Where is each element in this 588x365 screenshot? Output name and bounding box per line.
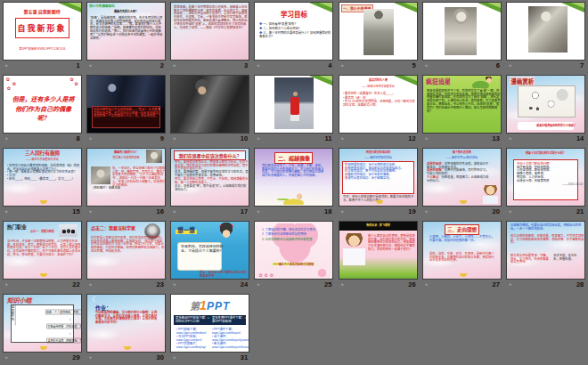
red-dot-icon: ● (244, 316, 246, 319)
slide-thumbnail-24[interactable]: 想一想 将来的你，怎样选择你的职业，才是适合个人需要的？ 提示：结合自己的兴趣特… (171, 222, 249, 279)
slide-number: 8 (76, 135, 79, 142)
transition-icon: ✦ (256, 209, 260, 215)
slide-cell-30: ☾ 作业： 写出你崇拜的偶像，学习他们的什么精神；让我们勤奋学习，让我们学会做人… (84, 293, 167, 365)
banner-right: 更多免费PPT课件下载：●第1PPT模板网 (210, 315, 247, 325)
slide-thumbnail-10[interactable] (171, 76, 249, 133)
slide-thumbnail-23[interactable]: 点击二：我要当科学家 科学家是人类智慧的开拓者。他们在实验室里默默耕耘，在探索的… (87, 222, 165, 279)
slide-cell-12: 最崇拜的名人榜 ——班级54名同学调查活动 最崇拜的（或最喜欢）的名人是____… (336, 74, 420, 147)
slide-thumbnail-8[interactable]: ✿ ✿ ✿ ✿ ✿ 但是，还有多少人是将他们作为自己的偶像呢？ (4, 76, 81, 133)
portrait-photo (445, 7, 477, 55)
body-text: 他，一生俭朴，把全部精力献给了国家和人民；他，鞠躬尽瘁，死而后已，赢得了全世界人… (112, 166, 165, 187)
slide-thumbnail-3[interactable]: 崇拜偶像，是青少年时期常见的心理现象。偶像身上往往集中了某些耀眼的光环：俊美的容… (171, 3, 249, 60)
down-arrow-icon: ↓ (69, 331, 71, 336)
transition-icon: ✦ (88, 355, 93, 361)
slide-thumbnail-6[interactable] (423, 3, 501, 60)
slide-thumbnail-18[interactable]: 二、超越偶像 我们现在是学生了，文化、品德、才能、身体，都要向我们心中的偶像学习… (255, 149, 332, 206)
slide-cell-7: ✦7 (504, 1, 588, 74)
basketball-photo (274, 77, 314, 129)
transition-icon: ✦ (424, 282, 429, 288)
slide-number: 5 (412, 62, 416, 69)
slide-thumbnail-20[interactable]: 做个快乐追星族 ——课本97页№2探究活动 追星的收获：欣赏偶像的优秀品质，激励… (423, 149, 501, 206)
link-columns: PPT模板下载：www.1ppt.com/moban/ 节日PPT模板：www.… (176, 328, 247, 351)
transition-icon: ✦ (340, 209, 345, 215)
slide-thumbnail-19[interactable]: 明星们是怎样成功的 ——课本96页探究活动 影视明星的成功：源于长期的勤学苦练。… (339, 149, 417, 206)
bottom-right-text: 多读书报，关注社会，把握机遇。 (553, 254, 582, 261)
slide-subtitle: ——课本95页调查探究活动 (4, 158, 81, 161)
slide-thumbnail-11[interactable] (255, 76, 332, 133)
transition-icon: ✦ (508, 63, 512, 69)
paragraph-list: 首先，要择其善者而从之。明星身上既有闪光点，也有不足之处，我们应当学习他们的敬业… (175, 160, 249, 191)
slide-title: 想象十年后我们的生活是什么样？ (507, 151, 584, 155)
slide-thumbnail-31[interactable]: 第1PPT 更多精品PPT模板下载：●WWW.1PPT.COM 更多免费PPT课… (171, 295, 249, 352)
slide-thumbnail-30[interactable]: ☾ 作业： 写出你崇拜的偶像，学习他们的什么精神；让我们勤奋学习，让我们学会做人… (87, 295, 165, 352)
activity-list: 向同学介绍自己最崇拜的偶像，说说崇拜他（她）的理由，并谈谈自己从偶像身上学到了什… (7, 164, 81, 181)
slide-number: 14 (576, 135, 584, 142)
transition-icon: ✦ (4, 282, 9, 288)
slide-thumbnail-25[interactable]: 1. 了解自己的兴趣、特长及各科学习情况 2. 了解社会对各种职业的角色期待 3… (255, 222, 332, 279)
slide-number: 29 (72, 354, 79, 361)
transition-icon: ✦ (424, 136, 429, 142)
portrait-photo (146, 150, 162, 163)
slide-thumbnail-5[interactable]: 一、我心中的偶像 (339, 3, 417, 60)
caption-box: 他是无数影迷心中永远的偶像——“发哥”。从龙套演员到国际巨星，他凭着执着与勤奋一… (92, 106, 160, 128)
body-text: 疯狂追星的现象并不少见。有的同学为了看“星”一眼，彻夜排队买票；有的同学省吃俭用… (427, 89, 501, 113)
slide-thumbnail-1[interactable]: 第五课 自我新期待 自我新形象 第1PPT模板网 WWW.1PPT.COM 20… (4, 3, 81, 60)
body-text: 崇拜偶像，是青少年时期常见的心理现象。偶像身上往往集中了某些耀眼的光环：俊美的容… (174, 5, 248, 29)
slide-cell-31: 第1PPT 更多精品PPT模板下载：●WWW.1PPT.COM 更多免费PPT课… (168, 293, 252, 365)
slide-cell-24: 想一想 将来的你，怎样选择你的职业，才是适合个人需要的？ 提示：结合自己的兴趣特… (168, 220, 252, 293)
slide-thumbnail-2[interactable]: 我心中的偶像情结 偶像究竟是什么呢？ “偶像”，是指被追捧、被模仿的对象。在许多… (87, 3, 165, 60)
caption-text: 谈谈这幅漫画讽刺的是什么现象？ (518, 124, 584, 127)
slide-thumbnail-4[interactable]: 学习目标 一、如何看待“追星”现象？ 二、如何确立个人成长目标？ 三、青少年时期… (255, 3, 332, 60)
hint-text: 提示：结合自己的兴趣特长和社会的需要来思考…… (200, 271, 249, 278)
slide-thumbnail-16[interactable]: 偶像的力量是什么？ 值得青少年崇拜的偶像 他，一生俭朴，把全部精力献给了国家和人… (87, 149, 165, 206)
slide-thumbnail-29[interactable]: 知识小结 自我新形象 偶像（个人崇拜情结：外表、盲目模仿） ↓ 理智看待明星（内… (4, 295, 81, 352)
flower-icon: ✿ (74, 82, 78, 86)
transition-icon: ✦ (4, 355, 9, 361)
homework-text: 写出你崇拜的偶像，学习他们的什么精神；让我们勤奋学习，让我们学会做人做事，让我们… (95, 311, 158, 325)
link-column-right: PPT课件下载：www.1ppt.com/kejian/ 语文课件：www.1p… (212, 328, 248, 351)
transition-icon: ✦ (4, 63, 9, 69)
slide-thumbnail-7[interactable] (507, 3, 584, 60)
banner: 畅想未来 · 放飞理想 (339, 222, 417, 231)
footer-label: ——确立个人成长目标的方法链接 (255, 263, 332, 266)
slide-title: 我们在追星中应该注意些什么？ (174, 150, 246, 160)
slide-thumbnail-27[interactable]: 三、走向理想 小发明、小制作、小论文、小创作……不管大小，只要去做，就是迈向理想… (423, 222, 501, 279)
slide-number: 16 (157, 208, 164, 215)
slide-thumbnail-14[interactable]: 漫画赏析 谈谈这幅漫画讽刺的是什么现象？ (507, 76, 584, 133)
slide-thumbnail-26[interactable]: 畅想未来 · 放飞理想 每个人都有自己的梦想。梦想是前进的灯塔，指引我们航行的方… (339, 222, 417, 279)
slide-thumbnail-21[interactable]: 想象十年后我们的生活是什么样？ 中国十大热门职业排行榜： 电子商务师、理财规划师… (507, 149, 584, 206)
transition-icon: ✦ (4, 209, 9, 215)
slide-cell-8: ✿ ✿ ✿ ✿ ✿ 但是，还有多少人是将他们作为自己的偶像呢？ ✦8 (0, 74, 84, 147)
slide-cell-16: 偶像的力量是什么？ 值得青少年崇拜的偶像 他，一生俭朴，把全部精力献给了国家和人… (84, 147, 167, 220)
slide-number: 1 (76, 62, 79, 69)
slide-thumbnail-28[interactable]: 以偶像为榜样，也要从自己的实际出发，明确自己的目标，一步一个脚印地前进。 树立正… (507, 222, 584, 279)
celebrity-photo (59, 224, 78, 237)
slide-cell-13: 疯狂追星 疯狂追星的现象并不少见。有的同学为了看“星”一眼，彻夜排队买票；有的同… (420, 74, 503, 147)
slide-cell-21: 想象十年后我们的生活是什么样？ 中国十大热门职业排行榜： 电子商务师、理财规划师… (504, 147, 588, 220)
comic-image (518, 85, 576, 118)
caption-box: 谈谈这幅漫画讽刺的是什么现象？ (518, 122, 574, 130)
portrait-photo (363, 9, 394, 55)
slide-subtitle: ——班级54名同学调查活动 (339, 85, 417, 88)
transition-icon: ✦ (256, 136, 260, 142)
slide-cell-29: 知识小结 自我新形象 偶像（个人崇拜情结：外表、盲目模仿） ↓ 理智看待明星（内… (0, 293, 84, 365)
slide-thumbnail-12[interactable]: 最崇拜的名人榜 ——班级54名同学调查活动 最崇拜的（或最喜欢）的名人是____… (339, 76, 417, 133)
slide-cell-6: ✦6 (420, 1, 503, 74)
banner-left: 更多精品PPT模板下载：●WWW.1PPT.COM (174, 315, 210, 325)
flow-box: 全面提升自我（明确目标、完善自我） (46, 337, 80, 343)
transition-icon: ✦ (88, 63, 93, 69)
slide-cell-26: 畅想未来 · 放飞理想 每个人都有自己的梦想。梦想是前进的灯塔，指引我们航行的方… (336, 220, 420, 293)
slide-thumbnail-15[interactable]: 三人同行有我师 ——课本95页调查探究活动 向同学介绍自己最崇拜的偶像，说说崇拜… (4, 149, 81, 206)
slide-number: 7 (580, 62, 584, 69)
section-label: 疯狂追星 (426, 77, 451, 85)
link-column-left: PPT模板下载：www.1ppt.com/moban/ 节日PPT模板：www.… (176, 328, 212, 351)
slide-subtitle: ——课本96页探究活动 (339, 156, 417, 159)
slide-number: 3 (244, 62, 248, 69)
cartoon-girl-illustration (216, 223, 236, 239)
slide-thumbnail-17[interactable]: 我们在追星中应该注意些什么？ 首先，要择其善者而从之。明星身上既有闪光点，也有不… (171, 149, 249, 206)
slide-thumbnail-22[interactable]: 热门职业 点击一：我要当明星 当今社会，许多青少年都梦想当明星，认为明星风光无限… (4, 222, 81, 279)
slide-thumbnail-13[interactable]: 疯狂追星 疯狂追星的现象并不少见。有的同学为了看“星”一眼，彻夜排队买票；有的同… (423, 76, 501, 133)
slide-number: 6 (496, 62, 500, 69)
slide-thumbnail-9[interactable]: 他是无数影迷心中永远的偶像——“发哥”。从龙套演员到国际巨星，他凭着执着与勤奋一… (87, 76, 165, 133)
transition-icon: ✦ (172, 282, 176, 288)
